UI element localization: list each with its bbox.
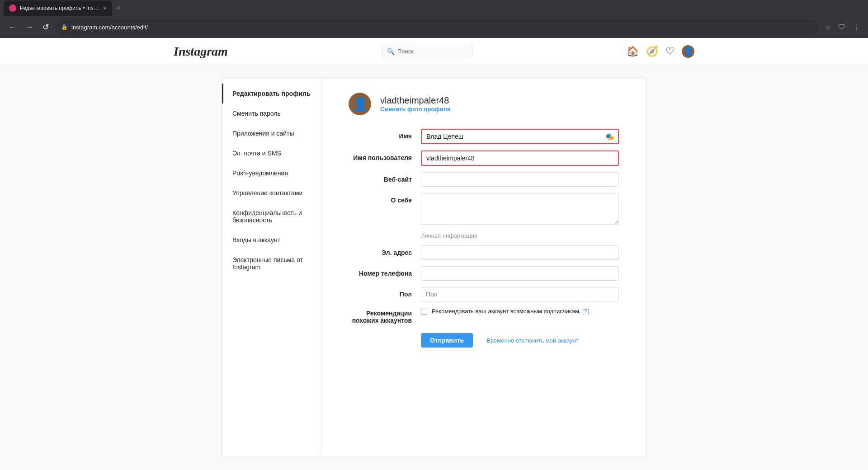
sidebar: Редактировать профиль Сменить пароль При…	[222, 79, 321, 458]
name-row: Имя 🎭	[349, 129, 619, 144]
rec-content: Рекомендовать ваш аккаунт возможным подп…	[421, 308, 619, 315]
bio-field	[421, 193, 619, 226]
recommendation-row: Рекомендации похожих аккаунтов Рекомендо…	[349, 308, 619, 324]
email-row: Эл. адрес	[349, 245, 619, 260]
disable-account-link[interactable]: Временно отключить мой аккаунт	[486, 337, 578, 344]
sidebar-item-privacy[interactable]: Конфиденциальность и безопасность	[222, 203, 321, 230]
instagram-header: Instagram 🔍 🏠 🧭 ♡ 👤	[0, 38, 868, 65]
search-box[interactable]: 🔍	[382, 45, 472, 58]
extensions-icon[interactable]: 🛡	[835, 20, 848, 34]
user-avatar[interactable]: 👤	[682, 45, 694, 58]
sidebar-item-contacts[interactable]: Управление контактами	[222, 183, 321, 203]
phone-row: Номер телефона	[349, 266, 619, 281]
profile-header: 👤 vladtheimpaler48 Сменить фото профиля	[349, 93, 619, 115]
lock-icon: 🔒	[61, 24, 68, 30]
header-icons: 🏠 🧭 ♡ 👤	[627, 45, 694, 58]
tab-close-button[interactable]: ×	[103, 5, 107, 12]
url-text: instagram.com/accounts/edit/	[71, 24, 813, 31]
heart-icon[interactable]: ♡	[665, 46, 675, 57]
search-input[interactable]	[397, 48, 467, 55]
sidebar-item-apps[interactable]: Приложения и сайты	[222, 123, 321, 143]
username-row: Имя пользователя	[349, 150, 619, 166]
change-photo-link[interactable]: Сменить фото профиля	[380, 106, 451, 113]
gender-input[interactable]	[421, 287, 619, 301]
main-content: Редактировать профиль Сменить пароль При…	[0, 65, 868, 470]
profile-info: vladtheimpaler48 Сменить фото профиля	[380, 95, 451, 113]
phone-field	[421, 266, 619, 281]
home-icon[interactable]: 🏠	[627, 46, 639, 57]
sidebar-item-edit-profile[interactable]: Редактировать профиль	[222, 84, 321, 103]
bio-label: О себе	[349, 193, 421, 204]
browser-nav-icons: ☆ 🛡 ⋮	[822, 20, 863, 34]
instagram-logo[interactable]: Instagram	[174, 44, 228, 59]
name-input[interactable]	[422, 130, 602, 143]
gender-row: Пол	[349, 287, 619, 301]
submit-button[interactable]: Отправить	[421, 333, 473, 348]
sidebar-item-change-password[interactable]: Сменить пароль	[222, 103, 321, 123]
phone-label: Номер телефона	[349, 266, 421, 277]
name-label: Имя	[349, 129, 421, 140]
bio-input[interactable]	[421, 193, 619, 225]
website-input[interactable]	[421, 172, 619, 187]
email-field	[421, 245, 619, 260]
tab-bar: Редактировать профиль • Insta... × +	[0, 0, 868, 16]
tab-title: Редактировать профиль • Insta...	[20, 5, 99, 11]
gender-label: Пол	[349, 287, 421, 298]
active-tab[interactable]: Редактировать профиль • Insta... ×	[4, 0, 112, 16]
edit-profile-container: Редактировать профиль Сменить пароль При…	[222, 79, 646, 458]
reload-button[interactable]: ↺	[40, 20, 52, 34]
website-row: Веб-сайт	[349, 172, 619, 187]
website-field	[421, 172, 619, 187]
new-tab-button[interactable]: +	[112, 4, 124, 13]
address-bar: ← → ↺ 🔒 instagram.com/accounts/edit/ ☆ 🛡…	[0, 16, 868, 38]
form-content: 👤 vladtheimpaler48 Сменить фото профиля …	[321, 79, 646, 458]
username-input[interactable]	[422, 151, 618, 165]
forward-button[interactable]: →	[23, 21, 36, 34]
username-field-wrapper	[421, 150, 619, 166]
submit-row: Отправить Временно отключить мой аккаунт	[421, 333, 619, 348]
menu-icon[interactable]: ⋮	[850, 20, 863, 34]
rec-label: Рекомендации похожих аккаунтов	[349, 308, 421, 324]
sidebar-item-emails[interactable]: Электронные письма от Instagram	[222, 250, 321, 277]
name-field-wrapper: 🎭	[421, 129, 619, 144]
website-label: Веб-сайт	[349, 172, 421, 183]
phone-input[interactable]	[421, 266, 619, 281]
emoji-button[interactable]: 🎭	[605, 132, 614, 141]
email-input[interactable]	[421, 245, 619, 260]
back-button[interactable]: ←	[5, 21, 19, 34]
profile-avatar[interactable]: 👤	[349, 93, 371, 115]
sidebar-item-logins[interactable]: Входы в аккаунт	[222, 230, 321, 250]
search-icon: 🔍	[387, 48, 395, 55]
username-label: Имя пользователя	[349, 150, 421, 161]
browser-chrome: Редактировать профиль • Insta... × + ← →…	[0, 0, 868, 38]
gender-field	[421, 287, 619, 301]
email-label: Эл. адрес	[349, 245, 421, 256]
tab-favicon	[9, 5, 16, 12]
personal-info-label: Личная информация	[421, 232, 619, 239]
bio-row: О себе	[349, 193, 619, 226]
bookmark-icon[interactable]: ☆	[822, 20, 834, 34]
sidebar-item-email-sms[interactable]: Эл. почта и SMS	[222, 143, 321, 163]
rec-checkbox[interactable]	[421, 309, 427, 315]
compass-icon[interactable]: 🧭	[646, 46, 658, 57]
url-box[interactable]: 🔒 instagram.com/accounts/edit/	[56, 19, 818, 35]
sidebar-item-push[interactable]: Push-уведомления	[222, 163, 321, 183]
profile-username: vladtheimpaler48	[380, 95, 451, 106]
rec-text: Рекомендовать ваш аккаунт возможным подп…	[432, 308, 589, 315]
rec-help-link[interactable]: [?]	[582, 308, 589, 315]
